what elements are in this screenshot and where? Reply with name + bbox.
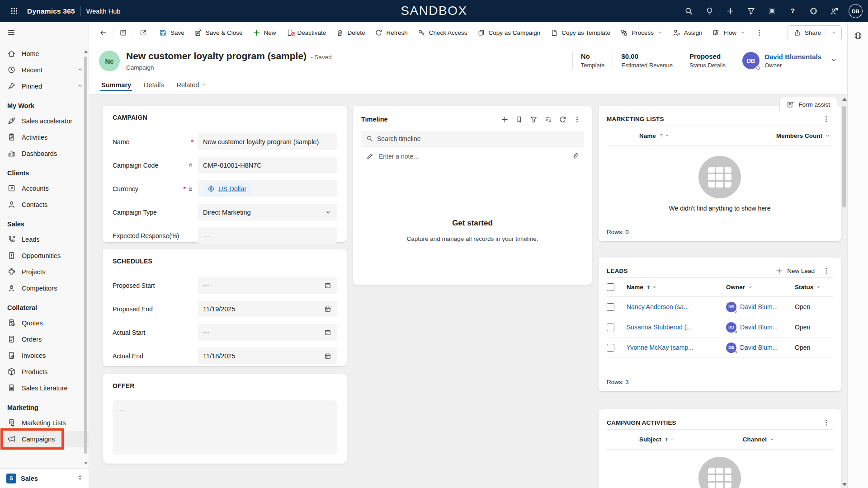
- scroll-up-arrow[interactable]: [84, 50, 88, 53]
- copy-as-template-button[interactable]: Copy as Template: [545, 25, 615, 40]
- chevron-down-icon[interactable]: [77, 83, 83, 90]
- owner-name-link[interactable]: David Blumentals: [764, 53, 821, 61]
- row-checkbox[interactable]: [607, 344, 614, 352]
- copilot-icon[interactable]: [804, 2, 822, 20]
- sidebar-item-opportunities[interactable]: Opportunities: [0, 248, 89, 264]
- app-launcher-waffle-icon[interactable]: [6, 4, 22, 19]
- settings-gear-button[interactable]: [763, 2, 781, 20]
- timeline-note-box[interactable]: [361, 146, 584, 166]
- search-button[interactable]: [679, 2, 698, 20]
- timeline-search-box[interactable]: [361, 131, 584, 146]
- dynamics-brand[interactable]: Dynamics 365: [27, 7, 75, 15]
- chevron-down-icon[interactable]: [325, 209, 331, 216]
- calendar-icon[interactable]: [324, 305, 331, 313]
- form-selector-button[interactable]: [114, 25, 132, 40]
- timeline-sort-button[interactable]: [541, 113, 555, 126]
- proposed-end-input[interactable]: 11/19/2025: [198, 300, 337, 317]
- sidebar-item-projects[interactable]: Projects: [0, 264, 89, 280]
- copilot-icon[interactable]: [851, 28, 865, 43]
- bookmark-icon[interactable]: [512, 113, 526, 126]
- campaign-activities-more-button[interactable]: [819, 416, 833, 429]
- new-lead-button[interactable]: New Lead: [771, 267, 819, 275]
- column-header-channel[interactable]: Channel: [743, 436, 774, 443]
- user-avatar[interactable]: DB: [849, 4, 863, 18]
- lead-name-link[interactable]: Susanna Stubberod (...: [627, 324, 726, 331]
- leads-more-button[interactable]: [819, 264, 833, 277]
- expected-response-input[interactable]: ---: [198, 227, 337, 244]
- owner-field[interactable]: DB David Blumentals Owner: [734, 52, 826, 69]
- column-header-name[interactable]: Name: [627, 284, 726, 291]
- chevron-up-down-icon[interactable]: [77, 474, 83, 483]
- actual-end-input[interactable]: 11/18/2025: [198, 347, 337, 364]
- column-header-owner[interactable]: Owner: [726, 284, 795, 291]
- scroll-down-arrow[interactable]: [84, 462, 88, 465]
- timeline-filter-button[interactable]: [527, 113, 540, 126]
- currency-link[interactable]: US Dollar: [218, 185, 246, 192]
- table-row[interactable]: Susanna Stubberod (... DBDavid Blum... O…: [607, 317, 833, 338]
- more-commands-button[interactable]: [750, 25, 768, 40]
- save-button[interactable]: Save: [154, 25, 189, 40]
- back-button[interactable]: [94, 25, 112, 40]
- new-button[interactable]: New: [248, 25, 281, 40]
- refresh-button[interactable]: Refresh: [370, 25, 412, 40]
- share-button[interactable]: Share: [788, 25, 842, 40]
- offer-textarea[interactable]: ---: [113, 400, 337, 455]
- sidebar-item-sales-literature[interactable]: Sales Literature: [0, 380, 89, 396]
- sidebar-item-accounts[interactable]: Accounts: [0, 180, 89, 197]
- campaign-type-select[interactable]: Direct Marketing: [198, 204, 337, 221]
- chevron-down-icon[interactable]: [670, 437, 675, 442]
- area-switcher[interactable]: S Sales: [0, 468, 89, 488]
- chevron-down-icon[interactable]: [769, 437, 774, 442]
- sidebar-item-dashboards[interactable]: Dashboards: [0, 145, 89, 162]
- lead-owner-cell[interactable]: DBDavid Blum...: [726, 343, 795, 353]
- column-header-name[interactable]: Name: [639, 132, 670, 139]
- scrollbar-thumb[interactable]: [84, 56, 87, 454]
- calendar-icon[interactable]: [324, 329, 331, 336]
- row-checkbox[interactable]: [607, 303, 614, 311]
- sidebar-item-marketing-lists[interactable]: Marketing Lists: [0, 415, 89, 431]
- actual-start-input[interactable]: ---: [198, 324, 337, 341]
- deactivate-button[interactable]: Deactivate: [281, 25, 331, 40]
- main-scrollbar[interactable]: [841, 98, 847, 486]
- currency-lookup-field[interactable]: US Dollar: [198, 180, 337, 197]
- scroll-down-arrow[interactable]: [842, 483, 847, 486]
- flow-button[interactable]: Flow: [707, 25, 750, 40]
- sidebar-collapse-button[interactable]: [0, 22, 89, 43]
- column-header-status[interactable]: Status: [795, 284, 833, 291]
- scrollbar-thumb[interactable]: [842, 106, 846, 207]
- marketing-lists-more-button[interactable]: [819, 112, 833, 126]
- lead-name-link[interactable]: Yvonne McKay (samp...: [627, 344, 726, 351]
- save-and-close-button[interactable]: Save & Close: [189, 25, 248, 40]
- sidebar-item-competitors[interactable]: Competitors: [0, 280, 89, 296]
- chevron-down-icon[interactable]: [652, 285, 657, 290]
- sidebar-item-recent[interactable]: Recent: [0, 62, 89, 78]
- header-stat-status-details[interactable]: Proposed Status Details: [681, 52, 734, 70]
- proposed-start-input[interactable]: ---: [198, 277, 337, 294]
- chevron-down-icon[interactable]: [665, 133, 670, 138]
- sidebar-item-invoices[interactable]: Invoices: [0, 347, 89, 364]
- sidebar-item-products[interactable]: Products: [0, 364, 89, 380]
- sidebar-item-campaigns[interactable]: Campaigns: [0, 431, 89, 447]
- sidebar-item-quotes[interactable]: Quotes: [0, 315, 89, 331]
- campaign-code-input[interactable]: CMP-01001-H8N7C: [198, 157, 337, 174]
- sidebar-item-leads[interactable]: Leads: [0, 231, 89, 248]
- filter-icon[interactable]: [742, 2, 760, 20]
- quick-create-plus-button[interactable]: [721, 2, 739, 20]
- delete-button[interactable]: Delete: [331, 25, 370, 40]
- timeline-refresh-button[interactable]: [556, 113, 569, 126]
- timeline-add-button[interactable]: [498, 113, 511, 126]
- lead-owner-cell[interactable]: DBDavid Blum...: [726, 302, 795, 312]
- form-assist-button[interactable]: Form assist: [779, 97, 837, 112]
- assign-button[interactable]: Assign: [668, 25, 708, 40]
- tab-details[interactable]: Details: [144, 81, 164, 94]
- sidebar-item-sales-accelerator[interactable]: Sales accelerator: [0, 113, 89, 129]
- timeline-more-button[interactable]: [570, 113, 584, 126]
- check-access-button[interactable]: Check Access: [413, 25, 472, 40]
- row-checkbox[interactable]: [607, 324, 614, 331]
- lightbulb-icon[interactable]: [700, 2, 718, 20]
- app-name[interactable]: Wealth Hub: [86, 8, 121, 15]
- currency-value-pill[interactable]: US Dollar: [203, 183, 251, 195]
- scroll-up-arrow[interactable]: [842, 98, 847, 101]
- sidebar-item-home[interactable]: Home: [0, 46, 89, 62]
- select-all-checkbox[interactable]: [607, 283, 614, 291]
